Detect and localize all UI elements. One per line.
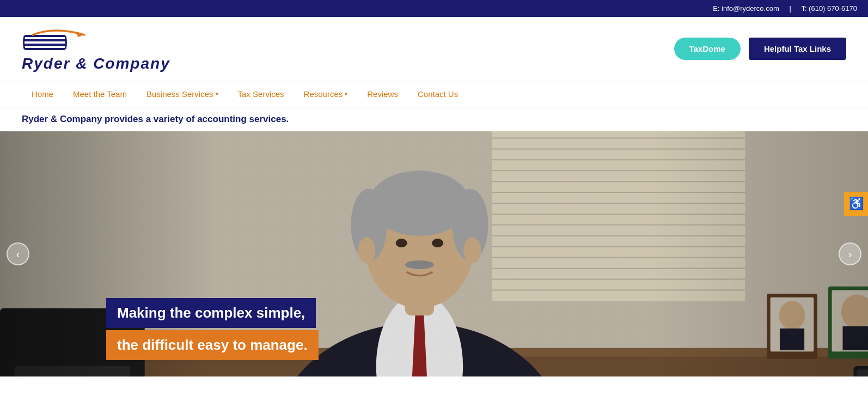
separator: | (789, 4, 793, 13)
nav-item-resources[interactable]: Resources ▾ (294, 81, 358, 107)
page-subtitle: Ryder & Company provides a variety of ac… (22, 114, 846, 125)
nav-item-tax-services[interactable]: Tax Services (228, 81, 294, 107)
header-buttons: TaxDome Helpful Tax Links (674, 38, 847, 60)
chevron-down-icon-2: ▾ (345, 91, 347, 97)
main-nav: Home Meet the Team Business Services ▾ T… (0, 81, 868, 107)
top-bar: E: info@ryderco.com | T: (610) 670-6170 (0, 0, 868, 17)
email-contact: E: info@ryderco.com (713, 4, 779, 13)
hero-caption: Making the complex simple, the difficult… (106, 298, 319, 360)
logo-icon (22, 25, 93, 55)
hero-image: ‹ › Making the complex simple, the diffi… (0, 131, 868, 376)
caption-line-1: Making the complex simple, (106, 298, 316, 328)
hero-slider: ‹ › Making the complex simple, the diffi… (0, 131, 868, 376)
company-name: Ryder & Company (22, 55, 170, 72)
nav-item-contact-us[interactable]: Contact Us (408, 81, 468, 107)
subtitle-bar: Ryder & Company provides a variety of ac… (0, 107, 868, 131)
nav-item-business-services[interactable]: Business Services ▾ (137, 81, 228, 107)
logo-area: Ryder & Company (22, 25, 170, 72)
slider-arrow-right[interactable]: › (839, 242, 861, 265)
header: Ryder & Company TaxDome Helpful Tax Link… (0, 17, 868, 81)
nav-item-reviews[interactable]: Reviews (357, 81, 408, 107)
accessibility-button[interactable]: ♿ (844, 192, 868, 216)
nav-item-home[interactable]: Home (22, 81, 63, 107)
nav-item-meet-the-team[interactable]: Meet the Team (63, 81, 137, 107)
phone-contact: T: (610) 670-6170 (801, 4, 857, 13)
taxdome-button[interactable]: TaxDome (674, 38, 741, 60)
chevron-down-icon: ▾ (216, 91, 218, 97)
helpful-links-button[interactable]: Helpful Tax Links (749, 38, 846, 60)
slider-arrow-left[interactable]: ‹ (7, 242, 29, 265)
caption-line-2: the difficult easy to manage. (106, 330, 319, 360)
